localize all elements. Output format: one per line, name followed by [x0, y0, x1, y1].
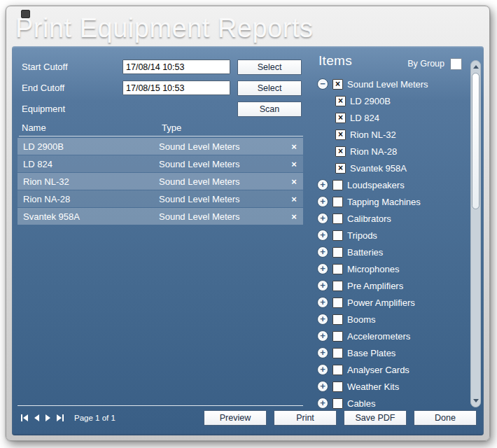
item-checkbox[interactable]: × [332, 79, 343, 90]
scan-button[interactable]: Scan [237, 102, 302, 117]
equipment-type-cell: Sound Level Meters [156, 159, 285, 169]
expand-icon[interactable]: + [317, 330, 328, 342]
expand-icon[interactable]: + [317, 246, 328, 258]
item-checkbox[interactable] [332, 365, 343, 375]
footer-divider [18, 405, 303, 406]
tree-item[interactable]: ×LD 824 [317, 109, 468, 126]
equipment-name-cell: LD 824 [18, 159, 156, 169]
done-button[interactable]: Done [414, 410, 477, 426]
remove-row-icon[interactable]: × [285, 176, 303, 187]
tree-item[interactable]: ×Rion NA-28 [317, 143, 468, 160]
item-checkbox[interactable] [332, 382, 343, 392]
expand-icon[interactable]: + [317, 230, 328, 241]
expand-icon[interactable]: + [317, 381, 328, 392]
tree-item[interactable]: +Analyser Cards [317, 361, 468, 378]
expand-icon[interactable]: + [317, 179, 328, 190]
tree-item-label: Svantek 958A [350, 163, 407, 174]
tree-item[interactable]: +Loudspeakers [317, 176, 468, 193]
remove-row-icon[interactable]: × [285, 141, 303, 152]
last-page-button[interactable] [57, 414, 64, 421]
tree-item[interactable]: +Tripods [317, 227, 468, 244]
save-pdf-button[interactable]: Save PDF [344, 410, 407, 426]
scrollbar-thumb[interactable] [472, 73, 479, 209]
scroll-down-button[interactable] [471, 396, 480, 406]
equipment-name-cell: Rion NA-28 [18, 194, 156, 204]
tree-item[interactable]: +Accelerometers [317, 328, 468, 344]
item-checkbox[interactable] [332, 264, 343, 274]
tree-item[interactable]: +Calibrators [317, 210, 468, 227]
tree-item[interactable]: +Tapping Machines [317, 193, 468, 210]
end-cutoff-label: End Cutoff [22, 80, 64, 96]
end-cutoff-input[interactable] [122, 80, 230, 95]
item-checkbox[interactable] [332, 281, 343, 291]
expand-icon[interactable]: + [317, 297, 328, 308]
tree-item[interactable]: ×LD 2900B [317, 92, 468, 109]
item-checkbox[interactable] [332, 348, 343, 358]
expand-icon[interactable]: + [317, 280, 328, 291]
preview-button[interactable]: Preview [204, 410, 267, 426]
item-checkbox[interactable] [332, 398, 343, 409]
tree-item[interactable]: +Cables [317, 395, 468, 412]
item-checkbox[interactable] [332, 298, 343, 308]
start-cutoff-select-button[interactable]: Select [237, 59, 302, 75]
item-checkbox[interactable] [332, 314, 343, 325]
remove-row-icon[interactable]: × [285, 159, 303, 169]
tree-item[interactable]: ×Svantek 958A [317, 160, 468, 176]
item-checkbox[interactable]: × [335, 130, 346, 140]
expand-icon[interactable]: + [317, 347, 328, 358]
first-page-button[interactable] [21, 414, 28, 421]
tree-item-label: Calibrators [347, 214, 391, 224]
print-button[interactable]: Print [274, 410, 337, 426]
expand-icon[interactable]: + [317, 213, 328, 224]
tree-item[interactable]: +Weather Kits [317, 378, 468, 395]
table-row[interactable]: Rion NA-28Sound Level Meters× [18, 190, 303, 207]
item-checkbox[interactable] [332, 331, 343, 342]
collapse-icon[interactable]: − [317, 78, 328, 90]
equipment-name-cell: Rion NL-32 [18, 176, 156, 187]
remove-row-icon[interactable]: × [285, 211, 303, 222]
item-checkbox[interactable]: × [335, 146, 346, 157]
tree-item-label: Pre Amplifiers [347, 281, 403, 291]
tree-item[interactable]: +Booms [317, 311, 468, 328]
item-checkbox[interactable] [332, 214, 343, 224]
item-checkbox[interactable]: × [335, 163, 346, 174]
equipment-label: Equipment [22, 102, 65, 117]
item-checkbox[interactable] [332, 230, 343, 241]
remove-row-icon[interactable]: × [285, 194, 303, 204]
items-panel-title: Items [318, 53, 352, 69]
equipment-table-header: Name Type [19, 122, 303, 136]
tree-item[interactable]: +Batteries [317, 244, 468, 260]
next-page-button[interactable] [46, 414, 50, 421]
item-checkbox[interactable] [332, 247, 343, 258]
expand-icon[interactable]: + [317, 196, 328, 207]
print-equipment-reports-window: Print Equipment Reports Start Cutoff Sel… [6, 6, 490, 441]
tree-item[interactable]: +Base Plates [317, 344, 468, 361]
table-row[interactable]: Svantek 958ASound Level Meters× [18, 208, 303, 225]
expand-icon[interactable]: + [317, 314, 328, 325]
item-checkbox[interactable] [332, 180, 343, 190]
items-scrollbar[interactable] [470, 60, 481, 407]
by-group-label: By Group [396, 59, 444, 69]
scroll-up-button[interactable] [471, 62, 480, 72]
start-cutoff-input[interactable] [122, 59, 230, 74]
tree-item[interactable]: ×Rion NL-32 [317, 126, 468, 143]
tree-item[interactable]: +Power Amplifiers [317, 294, 468, 311]
by-group-checkbox[interactable] [450, 58, 462, 70]
tree-item-label: Base Plates [347, 348, 396, 358]
tree-item-label: Loudspeakers [347, 180, 405, 190]
tree-item[interactable]: +Microphones [317, 260, 468, 277]
tree-item[interactable]: +Pre Amplifiers [317, 277, 468, 294]
tree-item-label: Cables [347, 398, 375, 409]
expand-icon[interactable]: + [317, 263, 328, 274]
previous-page-button[interactable] [34, 414, 39, 421]
tree-item[interactable]: −×Sound Level Meters [317, 76, 468, 92]
end-cutoff-select-button[interactable]: Select [237, 80, 302, 96]
item-checkbox[interactable] [332, 197, 343, 207]
table-row[interactable]: LD 824Sound Level Meters× [18, 155, 303, 172]
expand-icon[interactable]: + [317, 364, 328, 375]
table-row[interactable]: LD 2900BSound Level Meters× [18, 138, 303, 155]
table-row[interactable]: Rion NL-32Sound Level Meters× [18, 173, 303, 190]
item-checkbox[interactable]: × [335, 96, 346, 106]
item-checkbox[interactable]: × [335, 113, 346, 123]
expand-icon[interactable]: + [317, 398, 328, 409]
